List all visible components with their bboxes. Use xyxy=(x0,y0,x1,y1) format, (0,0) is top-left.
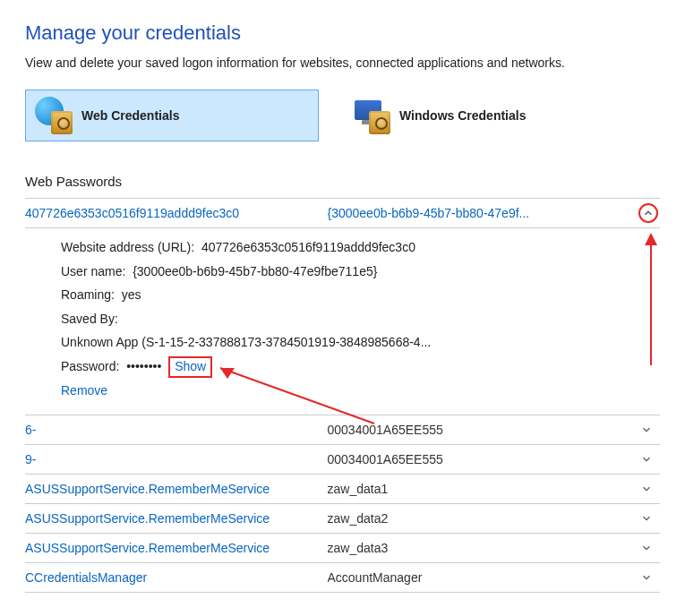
chevron-down-icon[interactable] xyxy=(638,569,655,586)
page-subtitle: View and delete your saved logon informa… xyxy=(25,56,660,70)
chevron-down-icon[interactable] xyxy=(638,481,655,497)
credential-name: ASUSSupportService.RememberMeService xyxy=(25,541,328,555)
credential-name: ASUSSupportService.RememberMeService xyxy=(25,482,328,496)
username-label: User name: xyxy=(61,264,125,278)
username-value: {3000ee0b-b6b9-45b7-bb80-47e9fbe711e5} xyxy=(133,264,377,278)
chevron-down-icon[interactable] xyxy=(638,510,655,526)
credential-value: zaw_data1 xyxy=(328,482,657,496)
credential-row[interactable]: ASUSSupportService.RememberMeService zaw… xyxy=(25,475,660,504)
credential-row[interactable]: ASUSSupportService.RememberMeService zaw… xyxy=(25,534,660,563)
remove-link[interactable]: Remove xyxy=(61,383,107,398)
credential-user-short: {3000ee0b-b6b9-45b7-bb80-47e9f... xyxy=(328,206,657,220)
chevron-down-icon[interactable] xyxy=(638,422,655,438)
credential-row[interactable]: CCredentialsManager AccountManager xyxy=(25,563,660,593)
web-credentials-icon xyxy=(35,97,73,134)
credential-detail: Website address (URL): 407726e6353c0516f… xyxy=(25,228,660,415)
windows-credentials-icon xyxy=(353,97,390,134)
credential-list: 407726e6353c0516f9119addd9fec3c0 {3000ee… xyxy=(25,198,660,593)
url-value: 407726e6353c0516f9119addd9fec3c0 xyxy=(201,240,415,254)
savedby-label: Saved By: xyxy=(61,312,118,326)
tab-web-label: Web Credentials xyxy=(81,108,179,123)
chevron-down-icon[interactable] xyxy=(638,540,655,556)
credential-row[interactable]: 6- 00034001A65EE555 xyxy=(25,415,660,445)
tab-windows-credentials[interactable]: Windows Credentials xyxy=(344,90,638,141)
tabs: Web Credentials Windows Credentials xyxy=(25,90,660,141)
credential-value: zaw_data2 xyxy=(328,511,657,526)
section-title: Web Passwords xyxy=(25,174,660,189)
savedby-value: Unknown App (S-1-15-2-337888173-37845019… xyxy=(61,335,431,349)
credential-row[interactable]: 9- 00034001A65EE555 xyxy=(25,445,660,475)
tab-windows-label: Windows Credentials xyxy=(399,108,526,123)
credential-value: zaw_data3 xyxy=(328,541,657,555)
roaming-label: Roaming: xyxy=(61,287,115,302)
credential-name: 407726e6353c0516f9119addd9fec3c0 xyxy=(25,206,328,220)
password-mask: •••••••• xyxy=(126,359,161,373)
credential-name: CCredentialsManager xyxy=(25,570,328,585)
credential-value: 00034001A65EE555 xyxy=(328,423,657,437)
url-label: Website address (URL): xyxy=(61,240,194,254)
show-button[interactable]: Show xyxy=(168,356,212,378)
roaming-value: yes xyxy=(122,287,141,302)
credential-name: 6- xyxy=(25,423,328,437)
page-title: Manage your credentials xyxy=(25,21,660,45)
credential-row[interactable]: ASUSSupportService.RememberMeService zaw… xyxy=(25,504,660,534)
chevron-down-icon[interactable] xyxy=(638,451,655,467)
credential-row-expanded[interactable]: 407726e6353c0516f9119addd9fec3c0 {3000ee… xyxy=(25,199,660,228)
credential-name: 9- xyxy=(25,452,328,466)
credential-value: AccountManager xyxy=(328,570,657,585)
chevron-up-icon[interactable] xyxy=(638,203,658,223)
tab-web-credentials[interactable]: Web Credentials xyxy=(25,90,319,141)
credential-name: ASUSSupportService.RememberMeService xyxy=(25,511,328,526)
password-label: Password: xyxy=(61,359,119,373)
credential-value: 00034001A65EE555 xyxy=(328,452,657,466)
